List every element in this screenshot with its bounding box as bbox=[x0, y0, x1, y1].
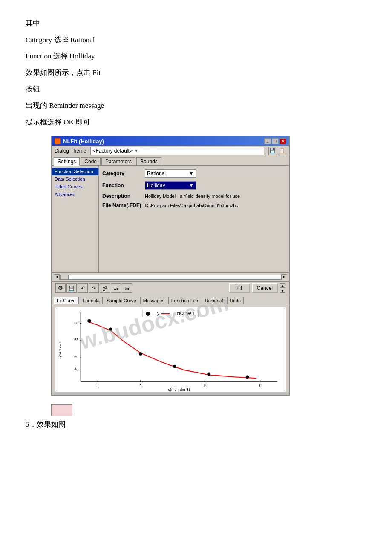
intro-line2: Category 选择 Rational bbox=[26, 34, 366, 47]
small-colored-box bbox=[51, 404, 72, 416]
tool-icon-x2[interactable]: x₂ bbox=[122, 283, 132, 293]
intro-line5: 按钮 bbox=[26, 83, 366, 96]
theme-value: <Factory default> bbox=[92, 148, 132, 154]
lower-tab-sample-curve[interactable]: Sample Curve bbox=[104, 297, 139, 304]
function-select[interactable]: Holliday ▼ bbox=[145, 181, 196, 190]
toolbar-icons: ⚙ 💾 ↶ ↷ χ² x₁ x₂ bbox=[55, 283, 132, 293]
tool-icon-undo[interactable]: ↶ bbox=[78, 283, 88, 293]
function-label: Function bbox=[102, 182, 145, 188]
tab-bounds[interactable]: Bounds bbox=[136, 157, 161, 165]
minimize-button[interactable]: _ bbox=[264, 138, 271, 144]
lower-tab-messages[interactable]: Messages bbox=[140, 297, 167, 304]
bottom-toolbar: ⚙ 💾 ↶ ↷ χ² x₁ x₂ Fit Cancel ▲ ▼ bbox=[52, 281, 289, 295]
save-icon[interactable]: 💾 bbox=[268, 147, 277, 155]
lower-tab-hints[interactable]: Hints bbox=[227, 297, 244, 304]
lower-tab-formula[interactable]: Formula bbox=[80, 297, 103, 304]
svg-text:1: 1 bbox=[97, 383, 99, 387]
copy-icon[interactable]: 📋 bbox=[278, 147, 286, 155]
category-value: Rational bbox=[147, 171, 166, 176]
lower-tab-fit-curve[interactable]: Fit Curve bbox=[54, 297, 79, 304]
fit-button[interactable]: Fit bbox=[229, 283, 250, 293]
intro-line7: 提示框选择 OK 即可 bbox=[26, 116, 366, 129]
function-row: Function Holliday ▼ bbox=[102, 181, 285, 190]
lower-panel: Fit Curve Formula Sample Curve Messages … bbox=[52, 295, 289, 392]
toolbar-btns: Fit Cancel bbox=[229, 283, 278, 293]
main-tabs-row: Settings Code Parameters Bounds bbox=[52, 156, 289, 166]
function-arrow: ▼ bbox=[189, 182, 194, 188]
description-label: Description bbox=[102, 193, 145, 199]
lower-tab-residual[interactable]: Residual bbox=[202, 297, 226, 304]
svg-text:46: 46 bbox=[74, 367, 78, 372]
intro-line4: 效果如图所示，点击 Fit bbox=[26, 66, 366, 80]
lower-tabs-row: Fit Curve Formula Sample Curve Messages … bbox=[52, 295, 289, 304]
scroll-thumb bbox=[60, 275, 69, 279]
sidebar-item-advanced[interactable]: Advanced bbox=[52, 191, 98, 198]
sidebar-item-function-selection[interactable]: Function Selection bbox=[52, 168, 98, 175]
conclusion-text: 5．效果如图 bbox=[26, 419, 366, 429]
dialog-theme-label: Dialog Theme bbox=[55, 148, 86, 154]
main-content: Function Selection Data Selection Fitted… bbox=[52, 166, 289, 272]
screenshot-window: NLFit (Holliday) _ □ ✕ Dialog Theme <Fac… bbox=[51, 136, 290, 396]
sidebar-item-fitted-curves[interactable]: Fitted Curves bbox=[52, 183, 98, 191]
category-control: Rational ▼ bbox=[145, 169, 285, 178]
tab-settings[interactable]: Settings bbox=[54, 157, 80, 166]
description-control: Holliday Model - a Yield-density model f… bbox=[145, 194, 285, 199]
fit-cancel-group: Fit Cancel ▲ ▼ bbox=[229, 283, 285, 293]
filename-value: C:\Program Files\OriginLab\Origin8\fitfu… bbox=[145, 203, 238, 208]
scroll-bar[interactable] bbox=[60, 275, 281, 280]
close-button[interactable]: ✕ bbox=[280, 138, 286, 144]
side-arrow-down[interactable]: ▼ bbox=[280, 289, 285, 293]
sidebar-item-data-selection[interactable]: Data Selection bbox=[52, 175, 98, 183]
svg-point-23 bbox=[173, 365, 176, 368]
right-panel: Category Rational ▼ Function Holliday ▼ bbox=[99, 166, 289, 272]
filename-label: File Name(.FDF) bbox=[102, 202, 145, 208]
tab-code[interactable]: Code bbox=[81, 157, 101, 165]
svg-text:p: p bbox=[204, 383, 206, 387]
tool-icon-chi[interactable]: χ² bbox=[100, 283, 110, 293]
category-row: Category Rational ▼ bbox=[102, 169, 285, 178]
svg-text:c(md · dm-3): c(md · dm-3) bbox=[168, 387, 190, 392]
intro-line3: Function 选择 Holliday bbox=[26, 50, 366, 63]
svg-point-25 bbox=[246, 376, 249, 379]
window-icon bbox=[55, 138, 61, 144]
scroll-area: ◀ ▶ bbox=[52, 272, 289, 281]
filename-control: C:\Program Files\OriginLab\Origin8\fitfu… bbox=[145, 203, 285, 208]
title-controls[interactable]: _ □ ✕ bbox=[264, 138, 286, 144]
sidebar: Function Selection Data Selection Fitted… bbox=[52, 166, 99, 272]
filename-row: File Name(.FDF) C:\Program Files\OriginL… bbox=[102, 202, 285, 208]
tool-icon-redo[interactable]: ↷ bbox=[89, 283, 99, 293]
svg-text:55: 55 bbox=[74, 338, 78, 342]
theme-dropdown[interactable]: <Factory default> ▼ bbox=[90, 147, 264, 155]
tab-parameters[interactable]: Parameters bbox=[101, 157, 135, 165]
category-select[interactable]: Rational ▼ bbox=[145, 169, 196, 178]
title-bar: NLFit (Holliday) _ □ ✕ bbox=[52, 136, 289, 146]
theme-dropdown-arrow: ▼ bbox=[134, 148, 138, 153]
svg-point-21 bbox=[109, 328, 112, 331]
chart-area: — y — nlCurve 1 60 55 50 46 1 bbox=[55, 307, 286, 392]
function-value: Holliday bbox=[147, 182, 165, 188]
window-title: NLFit (Holliday) bbox=[63, 138, 104, 145]
chart-svg: 60 55 50 46 1 5 p p v (10-3 m·d... bbox=[55, 307, 286, 392]
function-control: Holliday ▼ bbox=[145, 181, 285, 190]
tool-icon-1[interactable]: ⚙ bbox=[55, 283, 66, 293]
category-label: Category bbox=[102, 171, 145, 176]
svg-point-20 bbox=[87, 319, 91, 323]
intro-line6: 出现的 Reminder message bbox=[26, 99, 366, 113]
cancel-button[interactable]: Cancel bbox=[252, 283, 278, 293]
svg-text:50: 50 bbox=[74, 355, 78, 359]
menu-icon-group: 💾 📋 bbox=[268, 147, 286, 155]
title-bar-left: NLFit (Holliday) bbox=[55, 138, 104, 145]
svg-point-22 bbox=[139, 352, 142, 356]
maximize-button[interactable]: □ bbox=[272, 138, 279, 144]
tool-icon-2[interactable]: 💾 bbox=[66, 283, 77, 293]
tool-icon-x1[interactable]: x₁ bbox=[111, 283, 121, 293]
side-arrow-btns: ▲ ▼ bbox=[280, 283, 285, 293]
scroll-left-arrow[interactable]: ◀ bbox=[54, 274, 60, 280]
svg-text:v (10-3 m·d...: v (10-3 m·d... bbox=[58, 340, 62, 360]
side-arrow-up[interactable]: ▲ bbox=[280, 283, 285, 288]
lower-tab-function-file[interactable]: Function File bbox=[168, 297, 201, 304]
intro-line1: 其中 bbox=[26, 17, 366, 30]
description-row: Description Holliday Model - a Yield-den… bbox=[102, 193, 285, 199]
scroll-right-arrow[interactable]: ▶ bbox=[281, 274, 287, 280]
svg-text:60: 60 bbox=[74, 321, 78, 325]
